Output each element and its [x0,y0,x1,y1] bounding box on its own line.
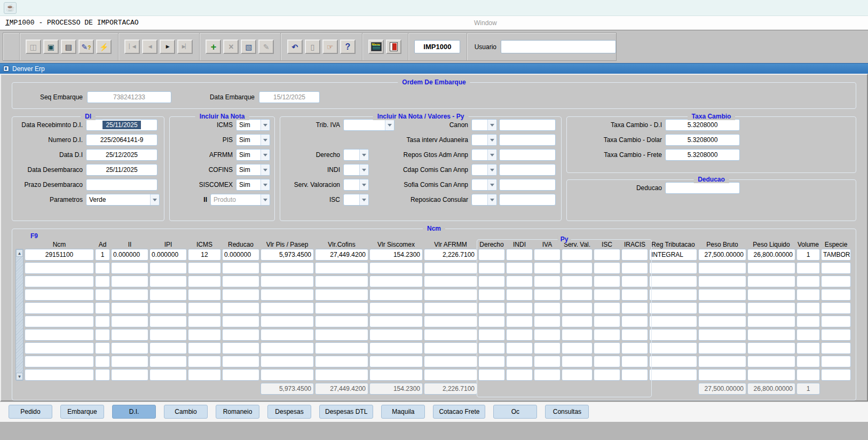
cell-isc[interactable] [594,342,620,354]
cell-especie[interactable] [821,356,851,367]
scrollbar-track[interactable] [16,257,23,373]
cell-vlr-cofins[interactable] [315,329,368,341]
cell-reducao[interactable] [222,316,259,327]
first-record-button[interactable]: ▏◀ [124,40,140,54]
cell-isc[interactable] [594,316,620,327]
cell-iracis[interactable] [621,249,648,261]
cell-icms[interactable] [188,316,221,327]
seq-embarque-field[interactable]: 738241233 [87,91,171,103]
cell-reducao[interactable] [222,302,259,314]
cell-ii[interactable] [111,329,148,341]
cell-vlr-pis[interactable]: 5,973.4500 [261,249,314,261]
cell-ii[interactable] [111,316,148,327]
cell-indi[interactable] [506,369,533,381]
cell-ad[interactable] [95,316,110,327]
serv-valoracion-combobox[interactable] [343,179,369,191]
cell-vlr-siscomex[interactable] [369,316,423,327]
cell-especie[interactable]: TAMBOR [821,249,851,261]
cell-ad[interactable] [95,262,110,274]
cell-vlr-afrmm[interactable]: 2,226.7100 [424,249,477,261]
cell-volume[interactable]: 1 [796,249,820,261]
cell-indi[interactable] [506,316,533,327]
cell-indi[interactable] [506,262,533,274]
cell-peso-liquido[interactable] [747,316,795,327]
cell-reg-tributacao[interactable] [649,342,697,354]
cell-icms[interactable] [188,356,221,367]
cell-peso-bruto[interactable] [698,356,746,367]
cell-indi[interactable] [506,356,533,367]
cell-vlr-cofins[interactable] [315,276,368,287]
cell-reg-tributacao[interactable] [649,302,697,314]
cofins-combobox[interactable]: Sim [236,164,270,176]
cell-peso-liquido[interactable] [747,262,795,274]
cell-icms[interactable] [188,342,221,354]
cell-ii[interactable] [111,262,148,274]
cell-ncm[interactable] [25,262,94,274]
next-record-button[interactable]: ▶ [160,40,175,54]
cell-indi[interactable] [506,289,533,301]
cell-iracis[interactable] [621,276,648,287]
usuario-input[interactable] [501,40,616,53]
repos-gtos-combobox[interactable] [471,149,497,161]
sofia-comis-combobox[interactable] [471,179,497,191]
cell-vlr-siscomex[interactable] [369,329,423,341]
cell-iva[interactable] [534,249,561,261]
cell-derecho[interactable] [478,249,505,261]
cell-derecho[interactable] [478,302,505,314]
cell-serv-val[interactable] [562,276,593,287]
cell-ipi[interactable] [149,262,187,274]
cell-indi[interactable] [506,276,533,287]
derecho-combobox[interactable] [343,149,369,161]
cell-peso-bruto[interactable] [698,342,746,354]
cell-especie[interactable] [821,302,851,314]
cell-peso-bruto[interactable] [698,369,746,381]
menu-button[interactable]: Menu [368,40,384,54]
cell-volume[interactable] [796,316,820,327]
cell-vlr-siscomex[interactable] [369,302,423,314]
deducao-field[interactable] [665,182,740,194]
reposicao-consular-field[interactable] [499,194,556,206]
cell-vlr-afrmm[interactable] [424,369,477,381]
canon-field[interactable] [499,119,556,131]
cell-iva[interactable] [534,302,561,314]
cdap-comis-combobox[interactable] [471,164,497,176]
cell-vlr-cofins[interactable] [315,356,368,367]
indi-combobox[interactable] [343,164,369,176]
tab-maquila[interactable]: Maquila [381,405,425,419]
cell-ad[interactable]: 1 [95,249,110,261]
siscomex-combobox[interactable]: Sim [236,179,270,191]
cell-serv-val[interactable] [562,249,593,261]
icms-combobox[interactable]: Sim [236,119,270,131]
numero-di-field[interactable]: 225/2064141-9 [86,134,157,146]
cell-especie[interactable] [821,276,851,287]
cell-ipi[interactable] [149,356,187,367]
cell-vlr-pis[interactable] [261,262,314,274]
cell-ad[interactable] [95,342,110,354]
cell-vlr-pis[interactable] [261,329,314,341]
tab-pedido[interactable]: Pedido [9,405,52,419]
cell-ii[interactable] [111,342,148,354]
cell-vlr-afrmm[interactable] [424,329,477,341]
cell-vlr-siscomex[interactable] [369,369,423,381]
cell-ncm[interactable] [25,316,94,327]
cell-peso-liquido[interactable] [747,329,795,341]
cell-ncm[interactable] [25,289,94,301]
cell-derecho[interactable] [478,329,505,341]
menu-item-window[interactable]: Window [474,19,497,27]
cell-ii[interactable] [111,356,148,367]
cell-iracis[interactable] [621,262,648,274]
cell-serv-val[interactable] [562,262,593,274]
cell-peso-liquido[interactable] [747,302,795,314]
clipboard-button[interactable]: ▯ [305,40,320,54]
cell-ipi[interactable] [149,289,187,301]
tab-despesas[interactable]: Despesas [267,405,311,419]
cell-derecho[interactable] [478,276,505,287]
cell-reducao[interactable] [222,369,259,381]
cell-iva[interactable] [534,316,561,327]
cell-vlr-afrmm[interactable] [424,356,477,367]
cell-isc[interactable] [594,249,620,261]
data-di-field[interactable]: 25/12/2025 [86,149,157,161]
delete-record-button[interactable]: × [223,40,239,54]
tab-romaneio[interactable]: Romaneio [216,405,259,419]
cell-vlr-cofins[interactable]: 27,449.4200 [315,249,368,261]
